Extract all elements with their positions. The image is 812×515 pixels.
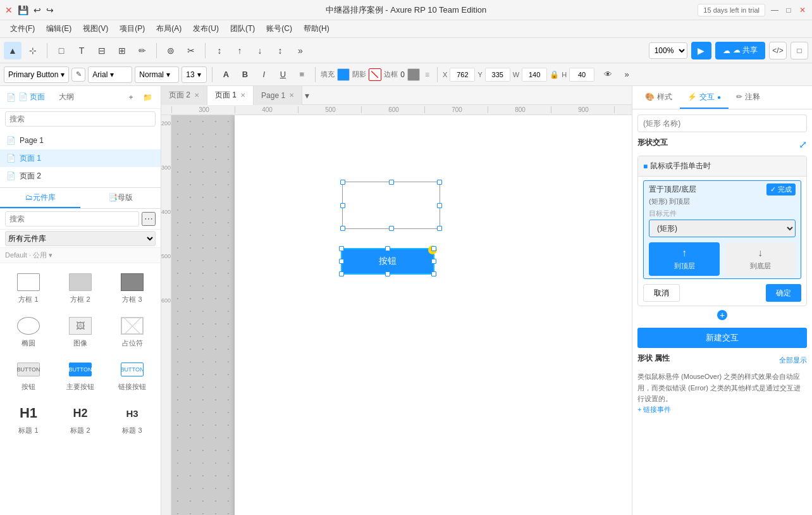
font-family-dropdown[interactable]: Arial ▾ (88, 66, 132, 83)
scale-tool[interactable]: ⊚ (162, 42, 180, 59)
text-tool[interactable]: T (73, 42, 90, 59)
menu-help[interactable]: 帮助(H) (298, 22, 335, 36)
btn-handle-br[interactable] (431, 271, 436, 276)
tab-close-icon[interactable]: ✕ (194, 92, 199, 99)
style-tab[interactable]: 🎨 样式 (637, 86, 680, 109)
comp-item-image[interactable]: 🖼 图像 (54, 309, 106, 353)
btn-handle-tl[interactable] (339, 246, 344, 251)
interaction-toggle[interactable]: ■ 鼠标或手指单击时 (638, 156, 806, 177)
btn-handle-mr[interactable] (431, 259, 436, 264)
handle-tl[interactable] (340, 180, 345, 185)
list-btn[interactable]: ≡ (293, 66, 310, 83)
style-dropdown[interactable]: Normal ▾ (135, 66, 179, 83)
minimize-button[interactable]: — (770, 6, 779, 15)
align-top-tool[interactable]: ↕ (211, 42, 228, 59)
btn-handle-tr[interactable] (431, 246, 436, 251)
x-input[interactable] (450, 68, 475, 82)
more-format-btn[interactable]: » (618, 66, 635, 83)
add-folder-button[interactable]: 📁 (140, 90, 154, 104)
zoom-select[interactable]: 100% (649, 42, 687, 59)
btn-handle-tm[interactable] (385, 246, 390, 251)
save-icon[interactable]: 💾 (18, 5, 28, 15)
component-style-edit[interactable]: ✎ (71, 68, 85, 82)
comp-item-placeholder[interactable]: 占位符 (106, 309, 158, 353)
btn-handle-bm[interactable] (385, 271, 390, 276)
components-library-tab[interactable]: 🗂 元件库 (0, 188, 80, 208)
btn-handle-ml[interactable] (339, 259, 344, 264)
handle-bl[interactable] (340, 226, 345, 231)
more-tabs-btn[interactable]: ▾ (305, 90, 309, 101)
move-down-tool[interactable]: ↓ (251, 42, 269, 59)
text-color-btn[interactable]: A (218, 66, 234, 83)
handle-ml[interactable] (340, 203, 345, 208)
master-tab[interactable]: 📑 母版 (80, 188, 161, 208)
show-all-link[interactable]: 全部显示 (779, 356, 807, 365)
handle-mr[interactable] (437, 203, 442, 208)
h-input[interactable] (569, 68, 594, 82)
undo-icon[interactable]: ↩ (34, 5, 41, 15)
menu-layout[interactable]: 布局(A) (151, 22, 187, 36)
border-color-swatch[interactable] (407, 68, 420, 81)
canvas-tab-page3[interactable]: Page 1 ✕ (254, 86, 302, 105)
canvas-rect-widget[interactable] (342, 182, 440, 229)
menu-publish[interactable]: 发布(U) (188, 22, 224, 36)
connect-tool[interactable]: ⊹ (24, 42, 42, 59)
visibility-btn[interactable]: 👁 (600, 66, 616, 83)
share-button[interactable]: ☁ ☁ 共享 (715, 42, 765, 59)
comp-item-btn-blue[interactable]: BUTTON 主要按钮 (54, 353, 106, 397)
widget-tool[interactable]: ⊟ (93, 42, 111, 59)
target-select[interactable]: (矩形) (649, 220, 796, 237)
shape-name-input[interactable] (637, 115, 807, 132)
handle-tr[interactable] (437, 180, 442, 185)
canvas-tab-page1[interactable]: 页面 1 ✕ (207, 86, 254, 105)
tab-close-icon[interactable]: ✕ (289, 92, 294, 99)
menu-view[interactable]: 视图(V) (78, 22, 113, 36)
btn-handle-bl[interactable] (339, 271, 344, 276)
menu-edit[interactable]: 编辑(E) (41, 22, 77, 36)
handle-tm[interactable] (389, 180, 394, 185)
menu-project[interactable]: 项目(P) (114, 22, 150, 36)
page-item-page2[interactable]: 📄 页面 1 (0, 149, 161, 167)
cancel-button[interactable]: 取消 (643, 284, 680, 302)
grid-tool[interactable]: ⊞ (113, 42, 131, 59)
menu-file[interactable]: 文件(F) (5, 22, 40, 36)
lock-icon[interactable]: 🔒 (550, 70, 559, 79)
canvas-tab-page2[interactable]: 页面 2 ✕ (161, 86, 207, 105)
comp-item-box1[interactable]: 方框 1 (3, 266, 54, 309)
canvas[interactable]: 按钮 ⚡ (171, 115, 632, 515)
comp-item-box3[interactable]: 方框 3 (106, 266, 158, 309)
fill-color-swatch[interactable] (337, 68, 350, 81)
expand-icon[interactable]: ⤢ (799, 139, 807, 151)
shadow-color-swatch[interactable]: | (369, 68, 381, 81)
font-size-dropdown[interactable]: 13 ▾ (181, 66, 207, 83)
menu-team[interactable]: 团队(T) (225, 22, 260, 36)
comp-item-h2[interactable]: H2 标题 2 (54, 397, 106, 440)
preview-button[interactable]: ▶ (691, 42, 711, 59)
comp-item-h1[interactable]: H1 标题 1 (3, 397, 54, 440)
comp-item-box2[interactable]: 方框 2 (54, 266, 106, 309)
comp-item-btn[interactable]: BUTTON 按钮 (3, 353, 54, 397)
more-tool[interactable]: » (292, 42, 309, 59)
comp-item-btn-outline[interactable]: BUTTON 链接按钮 (106, 353, 158, 397)
underline-btn[interactable]: U (274, 66, 291, 83)
add-interaction-button[interactable]: + (717, 310, 727, 320)
new-interaction-button[interactable]: 新建交互 (637, 328, 807, 348)
select-tool[interactable]: ▲ (4, 42, 22, 59)
page-item-page3[interactable]: 📄 页面 2 (0, 167, 161, 185)
redo-icon[interactable]: ↪ (46, 5, 54, 15)
interaction-tab[interactable]: ⚡ 交互 ● (680, 86, 729, 109)
move-up-tool[interactable]: ↑ (231, 42, 249, 59)
confirm-button[interactable]: 确定 (766, 284, 801, 302)
rect-tool[interactable]: □ (52, 42, 70, 59)
library-dropdown[interactable]: 所有元件库 (5, 231, 156, 246)
pages-search-input[interactable] (5, 111, 156, 127)
w-input[interactable] (522, 68, 547, 82)
maximize-button[interactable]: □ (784, 6, 793, 15)
complete-badge[interactable]: ✓ 完成 (766, 183, 796, 195)
y-input[interactable] (485, 68, 510, 82)
extra-button[interactable]: □ (790, 42, 808, 59)
cut-tool[interactable]: ✂ (182, 42, 200, 59)
to-bottom-button[interactable]: ↓ 到底层 (725, 242, 796, 276)
bold-btn[interactable]: B (237, 66, 253, 83)
menu-account[interactable]: 账号(C) (261, 22, 297, 36)
